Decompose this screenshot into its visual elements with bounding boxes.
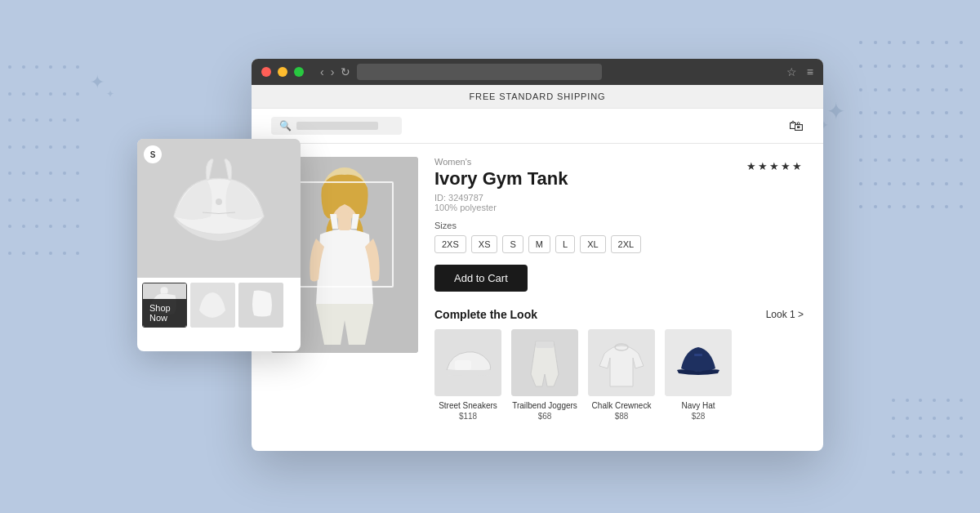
browser-actions: ☆ ≡ [786, 65, 813, 78]
sparkle-top-right: ✦ [826, 98, 845, 125]
search-bar[interactable]: 🔍 [271, 117, 402, 135]
hat-name: Navy Hat [665, 401, 732, 410]
shop-now-button[interactable]: Shop Now [143, 299, 186, 327]
thumb3-svg [238, 283, 283, 328]
bookmark-icon[interactable]: ☆ [786, 65, 797, 78]
thumb2-svg [190, 283, 235, 328]
sneakers-svg [434, 329, 501, 396]
sparkle-small-left: ✦ [106, 88, 114, 100]
announcement-bar: FREE STANDARD SHIPPING [252, 85, 823, 109]
widget-product-svg [137, 139, 301, 278]
widget-thumb-2[interactable] [190, 283, 235, 328]
traffic-light-green[interactable] [294, 67, 304, 77]
look-item-crewneck: Chalk Crewneck $88 [588, 329, 655, 421]
detection-box [296, 181, 394, 288]
product-id: ID: 3249787 [434, 193, 804, 203]
size-2xl[interactable]: 2XL [611, 235, 642, 253]
cart-icon[interactable]: 🛍 [789, 118, 804, 135]
add-to-cart-button[interactable]: Add to Cart [434, 265, 528, 292]
size-2xs[interactable]: 2XS [434, 235, 466, 253]
svg-rect-8 [536, 341, 554, 348]
joggers-svg [511, 329, 578, 396]
product-widget: S [137, 139, 301, 351]
reload-button[interactable]: ↻ [341, 65, 350, 78]
look-items: Street Sneakers $118 Trailbend Jogge [434, 329, 804, 421]
size-xl[interactable]: XL [580, 235, 605, 253]
crewneck-price: $88 [588, 412, 655, 421]
look-item-joggers: Trailbend Joggers $68 [511, 329, 578, 421]
size-xs[interactable]: XS [471, 235, 498, 253]
complete-look-section: Complete the Look Look 1 > [434, 308, 804, 421]
forward-button[interactable]: › [331, 65, 335, 78]
joggers-name: Trailbend Joggers [511, 401, 578, 410]
store-header: 🔍 🛍 [252, 109, 823, 144]
look-item-sneakers: Street Sneakers $118 [434, 329, 501, 421]
back-button[interactable]: ‹ [320, 65, 324, 78]
widget-thumb-1[interactable]: Shop Now [142, 283, 187, 328]
widget-logo: S [144, 145, 162, 163]
announcement-text: FREE STANDARD SHIPPING [469, 91, 605, 101]
sneakers-name: Street Sneakers [434, 401, 501, 410]
look-item-hat: Navy Hat $28 [665, 329, 732, 421]
look-nav[interactable]: Look 1 > [766, 309, 804, 320]
product-info: Women's Ivory Gym Tank ★★★★★ ID: 3249787… [434, 157, 804, 439]
complete-look-header: Complete the Look Look 1 > [434, 308, 804, 321]
complete-look-title: Complete the Look [434, 308, 537, 321]
traffic-light-red[interactable] [261, 67, 271, 77]
sizes-row: 2XS XS S M L XL 2XL [434, 235, 804, 253]
dot-grid-br [892, 399, 965, 480]
browser-window: ‹ › ↻ ☆ ≡ FREE STANDARD SHIPPING 🔍 🛍 [252, 59, 823, 451]
size-l[interactable]: L [555, 235, 575, 253]
crewneck-image [588, 329, 655, 396]
widget-main-image: S [137, 139, 301, 278]
traffic-light-yellow[interactable] [278, 67, 287, 77]
search-placeholder [296, 122, 378, 130]
browser-titlebar: ‹ › ↻ ☆ ≡ [252, 59, 823, 85]
hat-svg [665, 329, 732, 396]
crewneck-name: Chalk Crewneck [588, 401, 655, 410]
dot-grid-right: // dots rendered below [859, 41, 965, 221]
svg-rect-12 [694, 354, 702, 356]
widget-thumbnails: Shop Now [137, 278, 301, 328]
menu-icon[interactable]: ≡ [807, 65, 813, 78]
size-s[interactable]: S [502, 235, 523, 253]
search-icon: 🔍 [279, 120, 292, 132]
svg-point-14 [216, 199, 222, 205]
product-material: 100% polyester [434, 203, 804, 212]
joggers-image [511, 329, 578, 396]
hat-image [665, 329, 732, 396]
product-rating: ★★★★★ [746, 160, 804, 172]
product-area: Women's Ivory Gym Tank ★★★★★ ID: 3249787… [252, 144, 823, 451]
sparkle-top-left: ✦ [90, 72, 105, 93]
svg-rect-6 [455, 360, 471, 370]
url-bar[interactable] [357, 64, 602, 80]
joggers-price: $68 [511, 412, 578, 421]
dot-grid-left [8, 65, 82, 270]
widget-thumb-3[interactable] [238, 283, 283, 328]
crewneck-svg [588, 329, 655, 396]
sneakers-image [434, 329, 501, 396]
sizes-label: Sizes [434, 221, 804, 230]
sneakers-price: $118 [434, 412, 501, 421]
browser-nav: ‹ › ↻ [320, 64, 780, 80]
hat-price: $28 [665, 412, 732, 421]
size-m[interactable]: M [528, 235, 550, 253]
